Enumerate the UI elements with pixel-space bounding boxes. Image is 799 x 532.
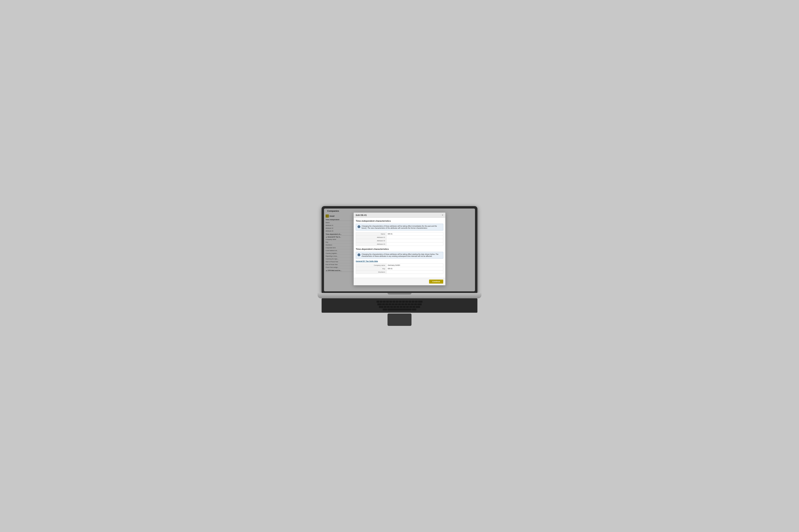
key	[413, 306, 415, 308]
key	[401, 303, 404, 305]
key	[382, 303, 385, 305]
key	[408, 303, 411, 305]
laptop-wrapper: Companies + Detail Time-independent Name…	[310, 206, 489, 326]
time-dependent-info: i Changing the characteristics of these …	[356, 252, 443, 259]
label-name: Name	[356, 232, 386, 236]
key	[412, 301, 415, 303]
key	[403, 306, 406, 308]
key	[386, 301, 389, 303]
key	[384, 306, 386, 308]
table-row: Attribute #1	[356, 236, 443, 239]
key	[393, 306, 396, 308]
key	[400, 306, 402, 308]
table-row: Attribute #2	[356, 239, 443, 243]
key	[379, 306, 383, 308]
table-row: Key	[356, 267, 443, 270]
key	[412, 308, 416, 310]
input-name[interactable]	[388, 233, 442, 235]
label-shortterm: Shortterm	[356, 270, 386, 274]
time-independent-info: i Changing the characteristics of these …	[356, 224, 443, 230]
modal-body[interactable]: Time-independent characteristics i Chang…	[354, 218, 445, 278]
key	[406, 306, 409, 308]
key	[402, 301, 405, 303]
key	[380, 301, 382, 303]
key	[387, 306, 390, 308]
table-row: Company name	[356, 264, 443, 267]
value-name[interactable]	[386, 232, 443, 236]
time-independent-info-text: Changing the characteristics of these at…	[362, 225, 441, 229]
key	[395, 303, 398, 305]
key	[383, 301, 386, 303]
key	[383, 308, 387, 310]
key	[414, 303, 417, 305]
key	[405, 301, 408, 303]
key	[377, 301, 379, 303]
modal-header: Edit DE-01 ×	[354, 213, 445, 218]
edit-modal: Edit DE-01 × Time-independent characteri…	[353, 212, 446, 285]
value-attr2[interactable]	[386, 239, 443, 243]
input-attr3[interactable]	[388, 243, 442, 245]
key	[392, 303, 395, 305]
value-attr3[interactable]	[386, 243, 443, 246]
key	[404, 303, 407, 305]
laptop-notch	[387, 293, 412, 294]
input-shortterm[interactable]	[388, 271, 442, 273]
key	[417, 303, 422, 305]
time-independent-form: Name Attribute #1 Attribute #2	[356, 232, 443, 246]
value-company-name[interactable]	[386, 264, 443, 267]
key	[415, 301, 418, 303]
laptop-screen: Companies + Detail Time-independent Name…	[322, 206, 477, 293]
table-row: Name	[356, 232, 443, 236]
value-attr1[interactable]	[386, 236, 443, 239]
key	[399, 301, 402, 303]
label-company-name: Company name	[356, 264, 386, 267]
time-dependent-heading: Time-dependent characteristics	[356, 248, 443, 250]
label-attr1: Attribute #1	[356, 236, 386, 239]
time-independent-heading: Time-independent characteristics	[356, 220, 443, 222]
screen-inner: Companies + Detail Time-independent Name…	[324, 209, 475, 291]
input-attr1[interactable]	[388, 236, 442, 238]
laptop-base	[317, 293, 482, 298]
key	[411, 303, 414, 305]
laptop-trackpad[interactable]	[387, 314, 412, 326]
key	[388, 303, 391, 305]
input-key[interactable]	[388, 268, 442, 270]
input-company-name[interactable]	[388, 264, 442, 266]
modal-overlay: Edit DE-01 × Time-independent characteri…	[324, 209, 475, 291]
value-shortterm[interactable]	[386, 270, 443, 274]
key	[393, 301, 395, 303]
key	[390, 306, 393, 308]
key	[397, 306, 399, 308]
label-attr2: Attribute #2	[356, 239, 386, 243]
info-icon-2: i	[358, 253, 360, 256]
time-dependent-section: Time-dependent characteristics i Changin…	[356, 248, 443, 274]
table-row: Attribute #3	[356, 243, 443, 246]
key	[377, 303, 382, 305]
key	[408, 301, 411, 303]
key	[409, 306, 412, 308]
label-key: Key	[356, 267, 386, 270]
spacebar	[387, 308, 412, 310]
value-key[interactable]	[386, 267, 443, 270]
key	[398, 303, 401, 305]
close-button[interactable]: ×	[442, 214, 443, 216]
key	[396, 301, 399, 303]
table-row: Shortterm	[356, 270, 443, 274]
modal-footer: Continue	[354, 278, 445, 285]
input-attr2[interactable]	[388, 240, 442, 242]
key	[389, 301, 392, 303]
app-content: Companies + Detail Time-independent Name…	[324, 209, 475, 291]
continue-button[interactable]: Continue	[429, 280, 443, 284]
app-body: + Detail Time-independent Name Attribute…	[324, 213, 475, 291]
info-icon-1: i	[358, 225, 360, 228]
label-attr3: Attribute #3	[356, 243, 386, 246]
time-dependent-info-text: Changing the characteristics of these at…	[362, 253, 441, 257]
general-ey-link[interactable]: General EY Tax Suite data	[356, 260, 443, 262]
modal-title: Edit DE-01	[356, 214, 367, 216]
key	[416, 306, 420, 308]
key	[385, 303, 388, 305]
laptop-keyboard	[322, 298, 477, 313]
time-dependent-form: Company name Key Shortterm	[356, 263, 443, 274]
key	[418, 301, 422, 303]
